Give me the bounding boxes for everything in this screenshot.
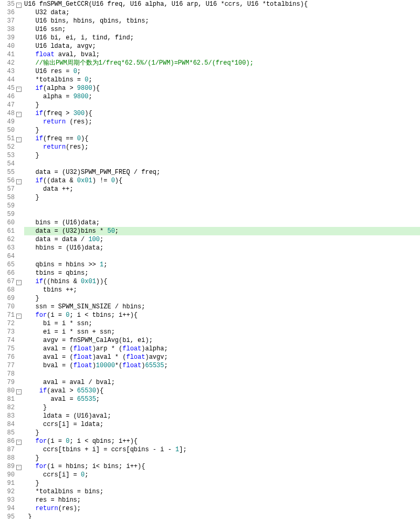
code-line[interactable] — [24, 160, 420, 168]
fold-toggle-icon[interactable]: - — [16, 280, 22, 285]
code-line[interactable]: U16 ssn; — [24, 25, 420, 34]
code-line[interactable]: aval = (float)arp * (float)alpha; — [24, 345, 420, 353]
fold-marker[interactable]: - — [16, 134, 22, 143]
code-line[interactable]: ldata = (U16)aval; — [24, 412, 420, 420]
code-line[interactable]: data = (U32)SPWM_PWM_FREQ / freq; — [24, 168, 420, 177]
fold-toggle-icon[interactable]: - — [16, 112, 22, 117]
code-line[interactable]: qbins = hbins >> 1; — [24, 261, 420, 269]
fold-marker[interactable]: - — [16, 277, 22, 286]
fold-toggle-icon[interactable]: - — [16, 179, 22, 184]
code-line[interactable]: } — [24, 294, 420, 303]
code-line[interactable]: data ++; — [24, 185, 420, 193]
line-number: 82 — [0, 403, 15, 412]
code-line[interactable]: U32 data; — [24, 8, 420, 17]
code-line[interactable]: } — [24, 126, 420, 134]
code-line[interactable]: *totalbins = 0; — [24, 76, 420, 84]
code-line[interactable]: *totalbins = bins; — [24, 487, 420, 496]
fold-toggle-icon[interactable]: - — [16, 87, 22, 92]
fold-toggle-icon[interactable]: - — [16, 440, 22, 445]
code-line[interactable]: return(res); — [24, 143, 420, 151]
code-line[interactable]: data = data / 100; — [24, 235, 420, 244]
code-line[interactable]: } — [24, 193, 420, 202]
code-line[interactable]: if(freq == 0){ — [24, 134, 420, 143]
fold-toggle-icon[interactable]: - — [16, 3, 22, 8]
code-line[interactable]: U16 bins, hbins, qbins, tbins; — [24, 17, 420, 25]
code-line[interactable]: return(res); — [24, 504, 420, 513]
code-line[interactable]: float aval, bval; — [24, 50, 420, 59]
code-line[interactable]: } — [24, 479, 420, 487]
code-line[interactable]: ssn = SPWM_SIN_NSIZE / hbins; — [24, 303, 420, 311]
code-line[interactable]: avgv = fnSPWM_CalAvg(bi, ei); — [24, 336, 420, 345]
code-line[interactable]: bi = i * ssn; — [24, 319, 420, 328]
line-number: 69 — [0, 294, 15, 303]
code-line[interactable]: if(freq > 300){ — [24, 109, 420, 118]
fold-marker[interactable]: - — [16, 109, 22, 118]
code-line[interactable]: U16 ldata, avgv; — [24, 42, 420, 50]
code-line[interactable]: for(i = hbins; i< bins; i++){ — [24, 462, 420, 471]
code-line[interactable]: aval = 65535; — [24, 395, 420, 403]
code-line[interactable]: } — [24, 151, 420, 160]
fold-marker — [16, 202, 22, 210]
fold-marker — [16, 126, 22, 134]
fold-marker[interactable]: - — [16, 311, 22, 319]
fold-marker — [16, 67, 22, 76]
code-line[interactable]: data = (U32)bins * 50; — [24, 227, 420, 235]
fold-marker — [16, 420, 22, 429]
fold-marker[interactable]: - — [16, 437, 22, 445]
code-line[interactable]: res = hbins; — [24, 496, 420, 504]
code-line[interactable]: if((hbins & 0x01)){ — [24, 277, 420, 286]
line-number: 70 — [0, 303, 15, 311]
fold-marker — [16, 92, 22, 101]
code-line[interactable]: alpha = 9800; — [24, 92, 420, 101]
code-line[interactable]: tbins ++; — [24, 286, 420, 294]
code-line[interactable] — [24, 370, 420, 378]
code-line[interactable]: U16 fnSPWM_GetCCR(U16 freq, U16 alpha, U… — [24, 0, 420, 8]
fold-toggle-icon[interactable]: - — [16, 465, 22, 470]
fold-marker — [16, 370, 22, 378]
code-line[interactable]: aval = aval / bval; — [24, 378, 420, 387]
code-line[interactable]: } — [24, 454, 420, 462]
code-line[interactable]: ccrs[i] = ldata; — [24, 420, 420, 429]
fold-marker[interactable]: - — [16, 84, 22, 92]
code-line[interactable] — [24, 252, 420, 261]
code-line[interactable]: for(i = 0; i < qbins; i++){ — [24, 437, 420, 445]
code-area[interactable]: U16 fnSPWM_GetCCR(U16 freq, U16 alpha, U… — [22, 0, 420, 519]
fold-toggle-icon[interactable]: - — [16, 389, 22, 395]
code-line[interactable]: ccrs[i] = 0; — [24, 471, 420, 479]
code-line[interactable]: return (res); — [24, 118, 420, 126]
fold-toggle-icon[interactable]: - — [16, 137, 22, 142]
code-line[interactable]: //输出PWM周期个数为1/freq*62.5%/(1/PWM)=PWM*62.… — [24, 59, 420, 67]
code-line[interactable]: bval = (float)10000*(float)65535; — [24, 361, 420, 370]
code-line[interactable]: U16 bi, ei, i, tind, find; — [24, 34, 420, 42]
code-line[interactable]: U16 res = 0; — [24, 67, 420, 76]
code-line[interactable]: ei = i * ssn + ssn; — [24, 328, 420, 336]
fold-column[interactable]: - - - - - - - - - - — [16, 0, 22, 519]
line-number: 57 — [0, 185, 15, 193]
code-line[interactable] — [24, 202, 420, 210]
fold-marker[interactable]: - — [16, 462, 22, 471]
code-line[interactable] — [24, 210, 420, 219]
code-line[interactable]: bins = (U16)data; — [24, 219, 420, 227]
fold-marker[interactable]: - — [16, 387, 22, 395]
code-line[interactable]: } — [24, 429, 420, 437]
line-number: 59 — [0, 202, 15, 210]
code-line[interactable]: hbins = (U16)data; — [24, 244, 420, 252]
line-number: 71 — [0, 311, 15, 319]
fold-marker[interactable]: - — [16, 0, 22, 8]
code-line[interactable]: aval = (float)aval * (float)avgv; — [24, 353, 420, 361]
fold-marker — [16, 504, 22, 513]
code-line[interactable]: if(aval > 65530){ — [24, 387, 420, 395]
code-line[interactable]: if(alpha > 9800){ — [24, 84, 420, 92]
code-line[interactable]: } — [24, 101, 420, 109]
code-line[interactable]: if((data & 0x01) != 0){ — [24, 177, 420, 185]
fold-marker — [16, 429, 22, 437]
fold-marker[interactable]: - — [16, 177, 22, 185]
code-editor[interactable]: 3536373839404142434445464748495051525354… — [0, 0, 420, 519]
code-line[interactable]: } — [24, 513, 420, 519]
code-line[interactable]: } — [24, 403, 420, 412]
code-line[interactable]: tbins = qbins; — [24, 269, 420, 277]
fold-toggle-icon[interactable]: - — [16, 314, 22, 319]
line-number: 84 — [0, 420, 15, 429]
code-line[interactable]: ccrs[tbins + i] = ccrs[qbins - i - 1]; — [24, 445, 420, 454]
code-line[interactable]: for(i = 0; i < tbins; i++){ — [24, 311, 420, 319]
